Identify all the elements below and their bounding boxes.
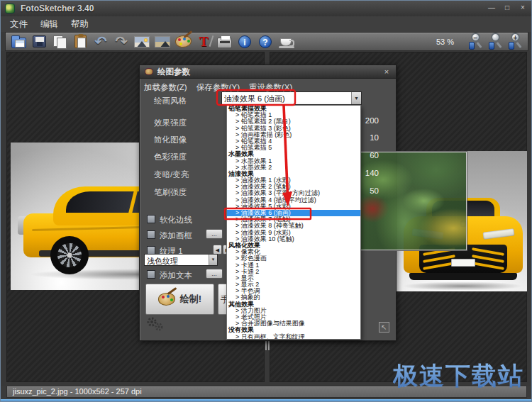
zoom-level-label: 53 %	[436, 38, 454, 46]
param-value-simplify: 10	[359, 133, 379, 142]
about-button[interactable]: i	[236, 33, 253, 50]
add-text-checkbox[interactable]	[147, 270, 155, 279]
paste-button[interactable]	[72, 33, 89, 50]
texture-preview-panel	[359, 152, 467, 250]
watermark: 极速下载站	[393, 359, 524, 393]
param-value-color-intensity: 60	[359, 151, 379, 160]
dialog-close-icon[interactable]: ×	[382, 67, 392, 77]
style-value: 油漆效果 6 (油画)	[224, 94, 285, 104]
info-icon: i	[238, 35, 251, 48]
load-params-menu[interactable]: 加载参数(Z)	[143, 81, 189, 94]
param-label-simplify: 简化图像	[154, 135, 187, 145]
magnifier-minus-icon: −	[471, 33, 480, 42]
coffee-cup-icon	[280, 38, 292, 46]
dialog-resize-icon[interactable]: ↖	[379, 322, 389, 333]
dialog-palette-icon	[145, 68, 153, 75]
magnifier-plus-icon: +	[511, 33, 520, 42]
texture-value: 浅色纹理	[147, 256, 178, 267]
redo-arrow-icon: ↷	[115, 35, 128, 49]
text-tool-icon: T	[199, 34, 209, 50]
texture-combobox[interactable]: 浅色纹理 ▼	[144, 254, 218, 266]
texture-prev-button[interactable]: ◀	[213, 245, 222, 255]
style-combobox[interactable]: 油漆效果 6 (油画) ▼	[221, 91, 362, 105]
redo-button[interactable]: ↷	[113, 33, 130, 50]
combo-dropdown-arrow-icon[interactable]: ▼	[351, 92, 361, 104]
window-bottom-edge	[1, 399, 532, 402]
menu-file[interactable]: 文件	[4, 17, 34, 32]
palette-icon	[175, 35, 192, 48]
app-icon	[5, 4, 15, 13]
settings-gears-icon[interactable]	[145, 316, 165, 335]
param-label-effect-strength: 效果强度	[154, 118, 187, 128]
param-value-brush-strength: 50	[359, 186, 379, 195]
menu-help[interactable]: 帮助	[65, 17, 95, 32]
copy-icon	[52, 35, 67, 48]
window-titlebar[interactable]: FotoSketcher 3.40 — □ ×	[1, 1, 532, 16]
close-button[interactable]: ×	[517, 3, 528, 13]
texture-dropdown-arrow-icon[interactable]: ▼	[209, 255, 217, 265]
frame-options-button[interactable]: ...	[206, 229, 223, 239]
zoom-out-button[interactable]: −	[467, 33, 484, 50]
add-frame-checkbox[interactable]	[147, 230, 155, 239]
zoom-in-button[interactable]: +	[507, 33, 523, 50]
param-label-darken-lighten: 变暗/变亮	[154, 169, 189, 180]
floppy-icon	[33, 35, 46, 48]
undo-button[interactable]: ↶	[92, 33, 109, 50]
dialog-title: 绘图参数	[157, 67, 190, 77]
style-label: 绘画风格	[154, 96, 187, 106]
photo-icon	[134, 36, 150, 48]
param-label-brush-strength: 笔刷强度	[154, 187, 187, 198]
drawing-parameters-button[interactable]	[174, 33, 192, 50]
printer-icon	[217, 38, 232, 48]
soften-edges-checkbox[interactable]	[147, 215, 155, 223]
draw-button-label: 绘制!	[180, 293, 201, 306]
app-window: FotoSketcher 3.40 — □ × 文件 编辑 帮助 ↶ ↷ T i…	[0, 0, 532, 402]
status-text: jisuxz_pic_2.jpg - 1000x562 - 257 dpi	[13, 387, 142, 396]
photo-dark-icon	[155, 36, 170, 48]
dropdown-row[interactable]: > 只有画框、文字和纹理	[227, 334, 360, 340]
soften-edges-label: 软化边线	[160, 215, 192, 225]
copy-button[interactable]	[51, 33, 68, 50]
toolbar: ↶ ↷ T i ? 53 % − +	[5, 32, 528, 51]
draw-button[interactable]: 绘制!	[145, 284, 214, 315]
add-text-button[interactable]: T	[195, 33, 212, 50]
pane-splitter-handle[interactable]	[265, 340, 270, 350]
menu-bar: 文件 编辑 帮助	[1, 16, 532, 32]
param-value-darken-lighten: 140	[359, 169, 379, 177]
param-label-color-intensity: 色彩强度	[154, 152, 187, 162]
open-image-button[interactable]	[10, 33, 27, 50]
undo-arrow-icon: ↶	[94, 35, 107, 49]
print-button[interactable]	[216, 33, 233, 50]
paste-icon	[74, 35, 87, 48]
palette-icon	[158, 293, 175, 306]
help-button[interactable]: ?	[257, 33, 274, 50]
view-source-button[interactable]	[154, 33, 171, 50]
dialog-titlebar[interactable]: 绘图参数 ×	[140, 65, 396, 79]
maximize-button[interactable]: □	[501, 3, 513, 13]
style-dropdown-list[interactable]: 铅笔素描效果> 铅笔素描 1> 铅笔素描 2 (黑白)> 铅笔素描 3 (彩色)…	[226, 105, 361, 340]
zoom-normal-button[interactable]	[487, 33, 504, 50]
save-image-button[interactable]	[31, 33, 48, 50]
param-value-effect-strength: 200	[359, 116, 379, 125]
minimize-button[interactable]: —	[486, 3, 497, 13]
magnifier-icon	[491, 33, 500, 42]
menu-edit[interactable]: 编辑	[34, 17, 65, 32]
new-drawing-button[interactable]	[133, 33, 150, 50]
add-frame-label: 添加画框	[160, 230, 192, 241]
text-options-button[interactable]: ...	[206, 269, 223, 279]
donate-button[interactable]	[277, 33, 294, 50]
folder-icon	[11, 38, 26, 48]
add-text-label: 添加文本	[160, 270, 192, 281]
help-icon: ?	[259, 35, 272, 48]
window-title: FotoSketcher 3.40	[21, 4, 94, 13]
